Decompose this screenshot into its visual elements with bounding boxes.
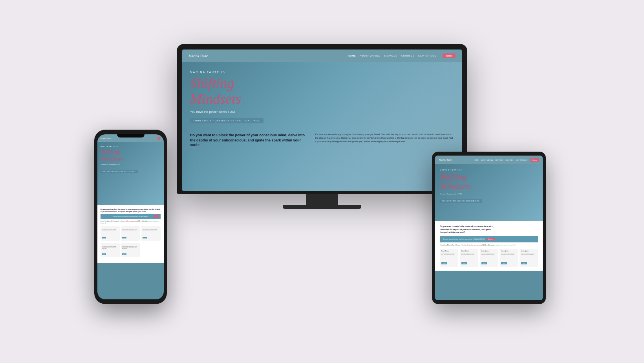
tablet-device: Marina Taute HOME ABOUT MARINA SERVICES … [432, 152, 546, 304]
hero-body-text: It's time to cast aside any thoughts of … [315, 133, 454, 143]
phone-help-text: Here's How Marina Can Help you Unlock an… [101, 220, 161, 224]
phone-card-4: Lorem Ipsum Proin velit semper nec preti… [101, 243, 120, 257]
monitor-frame: Marina Taute HOME ABOUT MARINA SERVICES … [177, 44, 467, 194]
hero-content: MARINA TAUTE IS Shifting Mindsets You ha… [182, 62, 462, 159]
tablet-card-2-btn[interactable]: Button [461, 262, 467, 264]
hero-tagline: You have the power within YOU! [190, 110, 454, 114]
tablet-hero: MARINA TAUTE IS Shifting Mindsets You ha… [435, 164, 543, 221]
phone-cta-wide[interactable]: Discover what is blocking you from exper… [101, 214, 161, 219]
nav-services[interactable]: SERVICES [384, 55, 397, 57]
tablet-card-5-btn[interactable]: Button [521, 262, 527, 264]
tablet-cta-wide[interactable]: Discover what is blocking you from exper… [440, 236, 538, 242]
nav-courses[interactable]: COURSES [401, 55, 414, 57]
tablet-cards-grid: Lorem Ipsum Proin velit semper nec preti… [440, 249, 538, 267]
tablet-card-5-title: Lorem Ipsum [521, 250, 536, 252]
hero-body: Do you want to unlock the power of your … [190, 133, 454, 150]
phone-card-5-text: Proin velit semper nec pretium erat. Eti… [122, 246, 139, 249]
tablet-screen: Marina Taute HOME ABOUT MARINA SERVICES … [435, 156, 543, 300]
tablet-card-3: Lorem Ipsum Proin velit semper nec preti… [480, 249, 498, 267]
tablet-nav: Marina Taute HOME ABOUT MARINA SERVICES … [435, 156, 543, 164]
phone-device: Marina Taute MARINA TAUTE IS Shifting Mi… [94, 130, 167, 304]
tablet-body-heading: Do you want to unlock the power of your … [440, 225, 494, 234]
phone-menu-icon[interactable] [157, 137, 161, 140]
monitor-screen: Marina Taute HOME ABOUT MARINA SERVICES … [182, 50, 462, 191]
tablet-cta-pill[interactable]: Click here [487, 238, 495, 240]
desktop-hero: MARINA TAUTE IS Shifting Mindsets You ha… [182, 62, 462, 191]
tablet-card-5: Lorem Ipsum Proin velit semper nec preti… [520, 249, 538, 267]
tablet-content: Do you want to unlock the power of your … [435, 221, 543, 271]
monitor-stand-neck [306, 194, 338, 205]
phone-card-2-btn[interactable]: Button [122, 237, 126, 238]
phone-card-5-btn[interactable]: Button [122, 253, 126, 255]
phone-content: Do you want to unlock the power of your … [97, 205, 164, 263]
phone-card-5-title: Lorem Ipsum [122, 244, 139, 246]
nav-home[interactable]: HOME [348, 55, 356, 57]
hero-title-line2: Mindsets [190, 91, 241, 107]
nav-button[interactable]: Button [443, 53, 456, 58]
tablet-nav-button[interactable]: Button [531, 158, 539, 162]
desktop-nav-links: HOME ABOUT MARINA SERVICES COURSES STAY … [348, 53, 456, 58]
phone-cta-bar[interactable]: TURN LIFE'S POSSIBILITIES INTO REALITIES… [101, 170, 138, 173]
tablet-nav-contact[interactable]: STAY IN TOUCH [516, 159, 527, 161]
tablet-card-3-text: Proin velit semper nec pretium erat. Eti… [481, 253, 497, 258]
tablet-card-5-text: Proin velit semper nec pretium erat. Eti… [521, 253, 536, 258]
tablet-card-4: Lorem Ipsum Proin velit semper nec preti… [499, 249, 518, 267]
phone-hero-title: Shifting Mindsets [101, 148, 161, 162]
phone-cards-grid: Lorem Ipsum Proin velit semper nec preti… [101, 226, 161, 240]
tablet-nav-courses[interactable]: COURSES [505, 159, 513, 161]
tablet-card-1-btn[interactable]: Button [441, 262, 447, 264]
phone-cards-grid-2: Lorem Ipsum Proin velit semper nec preti… [101, 243, 161, 257]
tablet-logo: Marina Taute [439, 159, 471, 161]
tablet-nav-services[interactable]: SERVICES [495, 159, 503, 161]
desktop-nav: Marina Taute HOME ABOUT MARINA SERVICES … [182, 50, 462, 62]
hero-body-heading: Do you want to unlock the power of your … [190, 133, 309, 148]
phone-card-1: Lorem Ipsum Proin velit semper nec preti… [101, 226, 120, 240]
tablet-card-1-text: Proin velit semper nec pretium erat. Eti… [441, 253, 457, 258]
tablet-hero-cta-bar[interactable]: TURN LIFE'S POSSIBILITIES INTO REALITIES… [440, 199, 482, 203]
phone-cta-text: Discover what is blocking you from exper… [113, 216, 149, 217]
phone-frame: Marina Taute MARINA TAUTE IS Shifting Mi… [94, 130, 167, 304]
phone-card-4-title: Lorem Ipsum [102, 244, 119, 246]
phone-card-3-btn[interactable]: Button [143, 237, 147, 238]
phone-hero: MARINA TAUTE IS Shifting Mindsets You ha… [97, 142, 164, 205]
phone-card-4-text: Proin velit semper nec pretium erat. Eti… [102, 246, 119, 249]
monitor-stand-base [283, 205, 361, 209]
phone-card-1-title: Lorem Ipsum [102, 227, 119, 229]
phone-hero-tagline: You have the power within YOU! [101, 164, 161, 165]
tablet-nav-home[interactable]: HOME [474, 159, 479, 161]
nav-contact[interactable]: STAY IN TOUCH [418, 55, 439, 57]
tablet-card-1-title: Lorem Ipsum [441, 250, 457, 252]
desktop-logo: Marina Taute [188, 54, 344, 58]
phone-title-line2: Mindsets [101, 156, 123, 162]
tablet-help-text: Here's How Marina Can Help you Unlock an… [440, 244, 538, 246]
phone-card-4-btn[interactable]: Button [102, 253, 106, 255]
tablet-card-2-title: Lorem Ipsum [461, 250, 477, 252]
tablet-card-1: Lorem Ipsum Proin velit semper nec preti… [440, 249, 458, 267]
tablet-card-4-btn[interactable]: Button [501, 262, 507, 264]
tablet-nav-about[interactable]: ABOUT MARINA [481, 159, 493, 161]
hero-body-left: Do you want to unlock the power of your … [190, 133, 309, 150]
nav-about[interactable]: ABOUT MARINA [360, 55, 380, 57]
tablet-title-line1: Shifting [440, 172, 467, 182]
tablet-nav-links: HOME ABOUT MARINA SERVICES COURSES STAY … [474, 159, 527, 161]
phone-card-1-btn[interactable]: Button [102, 237, 106, 238]
phone-card-2-text: Proin velit semper nec pretium erat. Eti… [122, 229, 139, 232]
hero-body-right: It's time to cast aside any thoughts of … [315, 133, 454, 150]
tablet-card-4-text: Proin velit semper nec pretium erat. Eti… [501, 253, 516, 258]
phone-card-3-text: Proin velit semper nec pretium erat. Eti… [143, 229, 159, 232]
hero-subtitle: MARINA TAUTE IS [190, 71, 454, 73]
hero-cta-bar[interactable]: TURN LIFE'S POSSIBILITIES INTO REALITIES… [190, 118, 263, 123]
tablet-title-line2: Mindsets [440, 181, 471, 191]
monitor-device: Marina Taute HOME ABOUT MARINA SERVICES … [177, 44, 467, 209]
phone-card-5: Lorem Ipsum Proin velit semper nec preti… [121, 243, 140, 257]
phone-card-2-title: Lorem Ipsum [122, 227, 139, 229]
hero-title-line1: Shifting [190, 75, 234, 91]
phone-title-line1: Shifting [101, 148, 120, 155]
tablet-hero-subtitle: MARINA TAUTE IS [440, 169, 538, 171]
tablet-card-3-btn[interactable]: Button [481, 262, 487, 264]
phone-card-3-title: Lorem Ipsum [143, 227, 159, 229]
hero-title: Shifting Mindsets [190, 76, 454, 107]
tablet-card-4-title: Lorem Ipsum [501, 250, 516, 252]
scene: Marina Taute HOME ABOUT MARINA SERVICES … [106, 44, 538, 319]
phone-card-3: Lorem Ipsum Proin velit semper nec preti… [141, 226, 161, 240]
